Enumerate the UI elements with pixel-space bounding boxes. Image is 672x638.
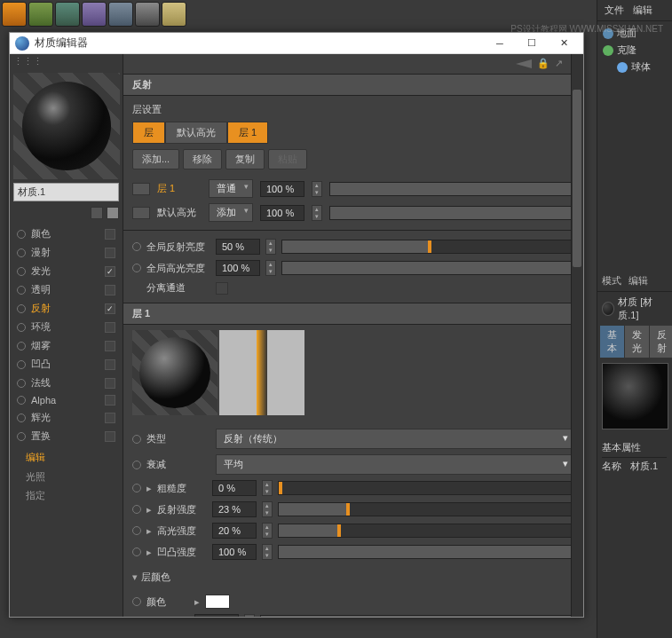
eye-icon[interactable] [132, 183, 150, 195]
type-select[interactable]: 反射（传统） [216, 429, 574, 449]
channel-checkbox[interactable] [105, 378, 115, 389]
global-refl-value[interactable]: 50 % [216, 239, 260, 255]
roughness-slider[interactable] [278, 481, 574, 495]
falloff-select[interactable]: 平均 [216, 454, 574, 475]
spec-strength-value[interactable]: 20 % [212, 523, 257, 539]
tool-android-icon[interactable] [28, 2, 53, 27]
back-arrow-icon[interactable] [516, 59, 532, 68]
channel-glow[interactable]: 辉光 [10, 408, 123, 427]
radio-icon[interactable] [17, 304, 26, 313]
tool-pen-icon[interactable] [2, 2, 27, 27]
menu-edit2[interactable]: 编辑 [629, 274, 648, 287]
tab-reflect[interactable]: 反射 [650, 326, 672, 358]
channel-checkbox[interactable] [105, 341, 115, 351]
layer-name[interactable]: 层 1 [157, 182, 202, 195]
paste-button[interactable]: 粘贴 [268, 149, 307, 169]
tab-default-spec[interactable]: 默认高光 [165, 122, 227, 144]
object-item-clone[interactable]: 克隆 [603, 42, 667, 59]
radio-icon[interactable] [17, 342, 26, 351]
layer-preview-ball[interactable] [132, 330, 217, 415]
add-button[interactable]: 添加... [132, 149, 179, 169]
radio-icon[interactable] [132, 547, 141, 556]
radio-icon[interactable] [17, 230, 26, 239]
channel-bump[interactable]: 凹凸 [10, 355, 123, 374]
radio-icon[interactable] [17, 248, 26, 257]
menu-mode[interactable]: 模式 [602, 274, 621, 287]
refl-strength-value[interactable]: 23 % [212, 501, 257, 517]
channel-transparency[interactable]: 透明 [10, 280, 123, 299]
radio-icon[interactable] [17, 414, 26, 422]
assign-item[interactable]: 指定 [10, 486, 123, 505]
channel-reflection[interactable]: 反射 [10, 299, 123, 318]
tab-layer[interactable]: 层 [132, 122, 165, 144]
radio-icon[interactable] [17, 360, 26, 369]
channel-luminance[interactable]: 发光 [10, 262, 123, 280]
spinner[interactable] [312, 181, 322, 197]
titlebar[interactable]: 材质编辑器 ─ ☐ ✕ [10, 33, 583, 54]
channel-fog[interactable]: 烟雾 [10, 336, 123, 355]
material-preview[interactable] [13, 73, 120, 179]
radio-icon[interactable] [17, 323, 26, 332]
radio-icon[interactable] [132, 505, 141, 514]
roughness-value[interactable]: 0 % [212, 480, 257, 496]
separate-checkbox[interactable] [216, 282, 228, 295]
radio-icon[interactable] [17, 379, 26, 388]
blend-select[interactable]: 普通 [209, 179, 253, 198]
spinner[interactable] [262, 501, 273, 517]
radio-icon[interactable] [132, 264, 141, 272]
brightness-slider[interactable] [260, 615, 574, 617]
copy-button[interactable]: 复制 [225, 149, 265, 169]
layer-name[interactable]: 默认高光 [157, 206, 202, 219]
layer-value[interactable]: 100 % [260, 205, 304, 221]
layer-slider[interactable] [329, 182, 574, 196]
maximize-button[interactable]: ☐ [518, 35, 546, 52]
global-refl-slider[interactable] [281, 240, 574, 254]
channel-checkbox[interactable] [105, 266, 115, 277]
tool-puzzle-icon[interactable] [55, 2, 80, 27]
remove-button[interactable]: 移除 [183, 149, 222, 169]
minimize-button[interactable]: ─ [486, 35, 514, 52]
brightness-value[interactable]: 100 % [194, 614, 239, 617]
layer-value[interactable]: 100 % [260, 181, 304, 197]
scrollbar-thumb[interactable] [573, 90, 581, 267]
tab-basic[interactable]: 基本 [600, 326, 624, 358]
prev-arrow-icon[interactable] [91, 207, 103, 219]
channel-checkbox[interactable] [105, 322, 115, 333]
material-name-input[interactable]: 材质.1 [13, 183, 119, 201]
link-icon[interactable]: ↗ [555, 58, 567, 70]
layer-color-header[interactable]: ▾ 层颜色 [123, 568, 583, 587]
refl-strength-slider[interactable] [278, 502, 574, 516]
channel-checkbox[interactable] [105, 285, 115, 295]
global-spec-slider[interactable] [281, 261, 574, 275]
tool-leaf-icon[interactable] [82, 2, 107, 27]
tool-grid-icon[interactable] [108, 2, 133, 27]
spinner[interactable] [262, 480, 273, 496]
material-item[interactable]: 材质 [材质.1] [597, 292, 672, 326]
channel-displacement[interactable]: 置换 [10, 427, 123, 445]
channel-checkbox[interactable] [105, 248, 115, 258]
name-value[interactable]: 材质.1 [630, 460, 658, 473]
menu-edit[interactable]: 编辑 [633, 4, 652, 17]
tab-layer1[interactable]: 层 1 [227, 122, 268, 144]
radio-icon[interactable] [132, 597, 141, 606]
spinner[interactable] [265, 260, 276, 276]
scrollbar[interactable] [571, 54, 583, 617]
global-spec-value[interactable]: 100 % [216, 260, 260, 276]
object-item-sphere[interactable]: 球体 [603, 59, 667, 75]
color-swatch[interactable] [205, 595, 230, 609]
edit-item[interactable]: 编辑 [10, 447, 123, 468]
layer-preview-gradient[interactable] [219, 330, 304, 415]
channel-checkbox[interactable] [105, 413, 115, 423]
close-button[interactable]: ✕ [549, 35, 578, 52]
radio-icon[interactable] [17, 286, 26, 295]
spinner[interactable] [262, 544, 273, 560]
channel-checkbox[interactable] [105, 359, 115, 370]
tool-light-icon[interactable] [162, 2, 186, 27]
tool-camera-icon[interactable] [135, 2, 160, 27]
eye-icon[interactable] [132, 207, 150, 219]
radio-icon[interactable] [132, 435, 141, 444]
channel-checkbox[interactable] [105, 229, 115, 240]
pick-arrow-icon[interactable] [107, 207, 119, 219]
channel-normal[interactable]: 法线 [10, 374, 123, 392]
radio-icon[interactable] [132, 484, 141, 492]
